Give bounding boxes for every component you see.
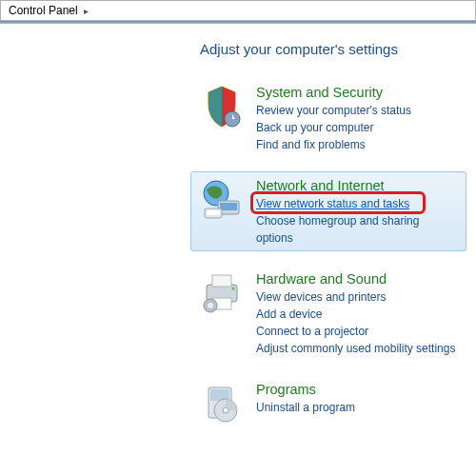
category-programs: Programs Uninstall a program — [190, 375, 466, 430]
svg-point-9 — [232, 288, 235, 290]
content-area: Adjust your computer's settings System a… — [0, 24, 476, 453]
task-connect-projector[interactable]: Connect to a projector — [256, 323, 458, 340]
shield-icon — [199, 83, 245, 129]
category-head-programs[interactable]: Programs — [256, 382, 458, 397]
task-view-devices[interactable]: View devices and printers — [256, 288, 458, 306]
task-view-network-status[interactable]: View network status and tasks — [256, 195, 458, 212]
task-add-device[interactable]: Add a device — [256, 306, 458, 323]
category-head-network-internet[interactable]: Network and Internet — [256, 178, 458, 193]
task-uninstall-program[interactable]: Uninstall a program — [256, 399, 458, 416]
category-head-hardware-sound[interactable]: Hardware and Sound — [256, 271, 458, 287]
category-head-system-security[interactable]: System and Security — [256, 85, 458, 100]
task-find-fix[interactable]: Find and fix problems — [256, 136, 458, 153]
cd-box-icon — [199, 380, 245, 426]
printer-icon — [199, 269, 245, 315]
task-mobility-settings[interactable]: Adjust commonly used mobility settings — [256, 340, 458, 357]
svg-rect-5 — [207, 210, 220, 215]
chevron-right-icon[interactable]: ▸ — [84, 6, 89, 16]
category-hardware-sound: Hardware and Sound View devices and prin… — [190, 265, 466, 362]
task-homegroup-sharing[interactable]: Choose homegroup and sharing options — [256, 212, 458, 247]
task-backup[interactable]: Back up your computer — [256, 119, 458, 136]
globe-network-icon — [199, 176, 245, 222]
svg-rect-7 — [212, 275, 231, 287]
page-title: Adjust your computer's settings — [200, 41, 466, 57]
svg-point-11 — [208, 303, 213, 308]
svg-rect-3 — [220, 203, 237, 210]
svg-point-15 — [223, 407, 228, 413]
breadcrumb-control-panel[interactable]: Control Panel — [5, 4, 82, 17]
category-network-internet: Network and Internet View network status… — [190, 171, 466, 251]
task-review-status[interactable]: Review your computer's status — [256, 102, 458, 119]
address-bar[interactable]: Control Panel ▸ — [0, 0, 476, 21]
category-system-security: System and Security Review your computer… — [190, 78, 466, 158]
